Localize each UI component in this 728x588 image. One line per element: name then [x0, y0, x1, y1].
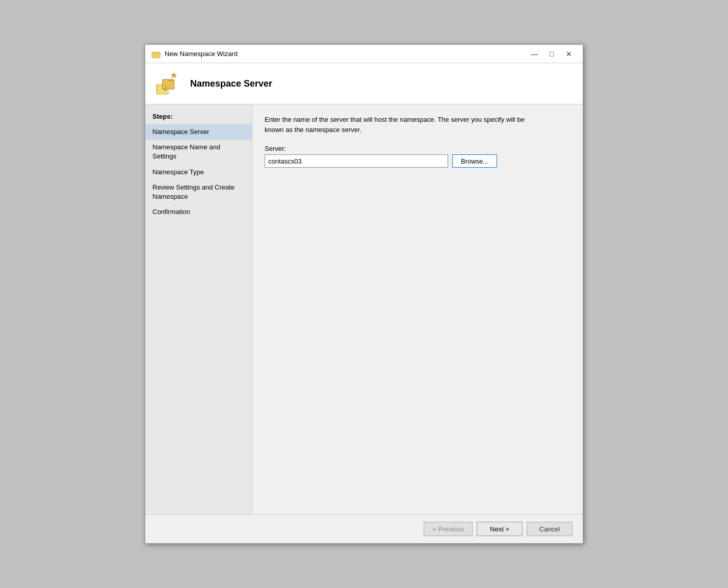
- window-icon: [151, 49, 161, 59]
- maximize-button[interactable]: □: [544, 49, 559, 59]
- window-title: New Namespace Wizard: [165, 50, 238, 58]
- wizard-window: New Namespace Wizard — □ ✕ Namespace Ser…: [145, 44, 583, 544]
- sidebar-item-review-settings[interactable]: Review Settings and Create Namespace: [145, 180, 252, 204]
- sidebar-item-confirmation[interactable]: Confirmation: [145, 204, 252, 220]
- next-button[interactable]: Next >: [477, 522, 523, 536]
- sidebar-item-namespace-name-settings[interactable]: Namespace Name and Settings: [145, 140, 252, 164]
- previous-button[interactable]: < Previous: [424, 522, 473, 536]
- cancel-button[interactable]: Cancel: [527, 522, 573, 536]
- header-icon: [155, 70, 182, 97]
- footer: < Previous Next > Cancel: [145, 514, 583, 543]
- steps-label: Steps:: [145, 111, 252, 124]
- server-field-row: Browse...: [265, 154, 570, 168]
- title-controls: — □ ✕: [527, 49, 577, 59]
- sidebar-item-namespace-type[interactable]: Namespace Type: [145, 165, 252, 180]
- title-bar-left: New Namespace Wizard: [151, 49, 238, 59]
- main-content: Enter the name of the server that will h…: [252, 104, 583, 514]
- browse-button[interactable]: Browse...: [452, 154, 497, 168]
- description-text: Enter the name of the server that will h…: [265, 115, 530, 135]
- content-area: Steps: Namespace Server Namespace Name a…: [145, 104, 583, 514]
- sidebar: Steps: Namespace Server Namespace Name a…: [145, 104, 252, 514]
- title-bar: New Namespace Wizard — □ ✕: [145, 45, 583, 63]
- minimize-button[interactable]: —: [527, 49, 542, 59]
- close-button[interactable]: ✕: [561, 49, 577, 59]
- svg-marker-3: [171, 72, 177, 78]
- server-input[interactable]: [265, 154, 448, 168]
- server-label: Server:: [265, 145, 570, 152]
- sidebar-item-namespace-server[interactable]: Namespace Server: [145, 124, 252, 140]
- page-title: Namespace Server: [190, 78, 272, 89]
- wizard-header: Namespace Server: [145, 63, 583, 104]
